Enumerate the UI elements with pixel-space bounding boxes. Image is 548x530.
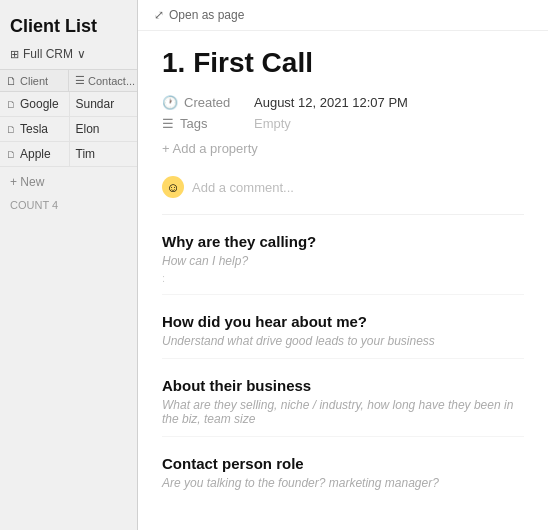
created-property-row: 🕐 Created August 12, 2021 12:07 PM bbox=[162, 95, 524, 110]
view-label: Full CRM bbox=[23, 47, 73, 61]
section-subtitle: How can I help? bbox=[162, 254, 524, 268]
open-as-page-icon: ⤢ bbox=[154, 8, 164, 22]
section-extra: : bbox=[162, 272, 524, 284]
client-column-header: 🗋 Client bbox=[0, 70, 69, 91]
clock-icon: 🕐 bbox=[162, 95, 178, 110]
topbar: ⤢ Open as page bbox=[138, 0, 548, 31]
table-row[interactable]: 🗋 Tesla Elon bbox=[0, 117, 137, 142]
view-selector[interactable]: ⊞ Full CRM ∨ bbox=[0, 43, 137, 65]
client-cell: 🗋 Google bbox=[0, 92, 70, 116]
row-page-icon: 🗋 bbox=[6, 149, 16, 160]
section-subtitle: What are they selling, niche / industry,… bbox=[162, 398, 524, 426]
section-contact-role: Contact person role Are you talking to t… bbox=[162, 437, 524, 500]
client-cell: 🗋 Tesla bbox=[0, 117, 70, 141]
comment-row: ☺ Add a comment... bbox=[162, 170, 524, 215]
section-title: Contact person role bbox=[162, 455, 524, 472]
section-title: About their business bbox=[162, 377, 524, 394]
tags-icon: ☰ bbox=[162, 116, 174, 131]
tags-property-row: ☰ Tags Empty bbox=[162, 116, 524, 131]
section-title: How did you hear about me? bbox=[162, 313, 524, 330]
section-title: Why are they calling? bbox=[162, 233, 524, 250]
table-header: 🗋 Client ☰ Contact... bbox=[0, 69, 137, 92]
add-property-button[interactable]: + Add a property bbox=[162, 137, 524, 160]
created-value[interactable]: August 12, 2021 12:07 PM bbox=[254, 95, 408, 110]
page-title-left: Client List bbox=[0, 8, 137, 43]
new-row-button[interactable]: + New bbox=[0, 169, 137, 195]
right-panel: ⤢ Open as page 1. First Call 🕐 Created A… bbox=[138, 0, 548, 530]
count-label: COUNT 4 bbox=[0, 195, 137, 215]
grid-icon: ⊞ bbox=[10, 48, 19, 61]
avatar: ☺ bbox=[162, 176, 184, 198]
contact-cell: Sundar bbox=[70, 92, 138, 116]
page-icon: 🗋 bbox=[6, 75, 17, 87]
created-label: 🕐 Created bbox=[162, 95, 242, 110]
contact-cell: Tim bbox=[70, 142, 138, 166]
section-subtitle: Understand what drive good leads to your… bbox=[162, 334, 524, 348]
table-row[interactable]: 🗋 Google Sundar bbox=[0, 92, 137, 117]
table-row[interactable]: 🗋 Apple Tim bbox=[0, 142, 137, 167]
comment-input[interactable]: Add a comment... bbox=[192, 180, 294, 195]
row-page-icon: 🗋 bbox=[6, 99, 16, 110]
left-panel: Client List ⊞ Full CRM ∨ 🗋 Client ☰ Cont… bbox=[0, 0, 138, 530]
client-cell: 🗋 Apple bbox=[0, 142, 70, 166]
contact-cell: Elon bbox=[70, 117, 138, 141]
section-how-hear: How did you hear about me? Understand wh… bbox=[162, 295, 524, 359]
section-subtitle: Are you talking to the founder? marketin… bbox=[162, 476, 524, 490]
row-page-icon: 🗋 bbox=[6, 124, 16, 135]
section-about-business: About their business What are they selli… bbox=[162, 359, 524, 437]
tags-value[interactable]: Empty bbox=[254, 116, 291, 131]
right-content: 1. First Call 🕐 Created August 12, 2021 … bbox=[138, 31, 548, 530]
tags-label: ☰ Tags bbox=[162, 116, 242, 131]
open-as-page-button[interactable]: ⤢ Open as page bbox=[154, 8, 244, 22]
chevron-down-icon: ∨ bbox=[77, 47, 86, 61]
document-title: 1. First Call bbox=[162, 47, 524, 79]
contact-column-header: ☰ Contact... bbox=[69, 70, 137, 91]
section-why-calling: Why are they calling? How can I help? : bbox=[162, 215, 524, 295]
list-icon: ☰ bbox=[75, 74, 85, 87]
